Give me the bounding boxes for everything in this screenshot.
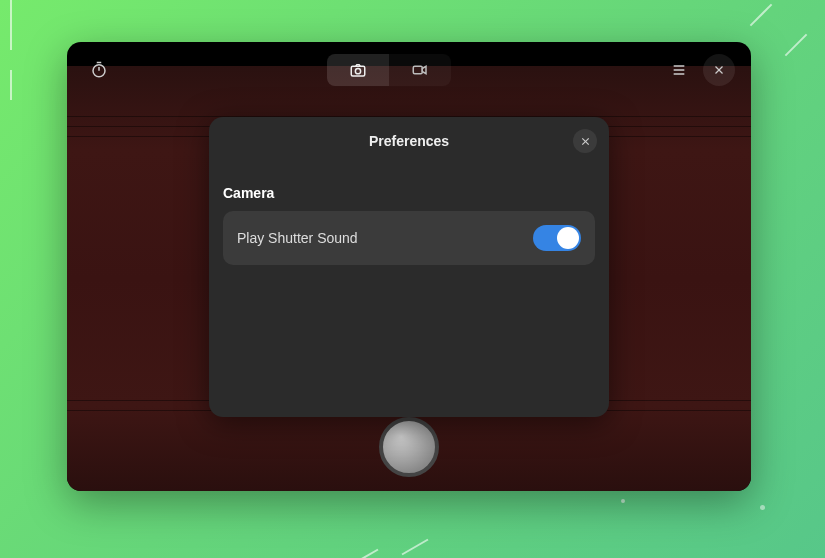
video-icon xyxy=(411,61,429,79)
wallpaper-deco xyxy=(10,70,12,100)
wallpaper-deco xyxy=(785,34,808,57)
preferences-close-button[interactable] xyxy=(573,129,597,153)
preferences-section-heading: Camera xyxy=(223,185,595,201)
timer-icon xyxy=(90,61,108,79)
headerbar-left xyxy=(83,54,115,86)
svg-rect-1 xyxy=(351,66,365,76)
camera-icon xyxy=(349,61,367,79)
video-mode-button[interactable] xyxy=(389,54,451,86)
svg-point-2 xyxy=(355,69,360,74)
wallpaper-deco xyxy=(760,505,765,510)
play-shutter-sound-row: Play Shutter Sound xyxy=(223,211,595,265)
toggle-knob xyxy=(557,227,579,249)
countdown-timer-button[interactable] xyxy=(83,54,115,86)
wallpaper-deco xyxy=(402,539,429,556)
mode-switcher xyxy=(327,54,451,86)
preferences-dialog: Preferences Camera Play Shutter Sound xyxy=(209,117,609,417)
primary-menu-button[interactable] xyxy=(663,54,695,86)
headerbar xyxy=(67,42,751,98)
play-shutter-sound-label: Play Shutter Sound xyxy=(237,230,358,246)
photo-mode-button[interactable] xyxy=(327,54,389,86)
svg-rect-3 xyxy=(413,66,422,74)
wallpaper-deco xyxy=(10,0,12,50)
window-close-button[interactable] xyxy=(703,54,735,86)
preferences-body: Camera Play Shutter Sound xyxy=(209,165,609,279)
shutter-button[interactable] xyxy=(379,417,439,477)
hamburger-icon xyxy=(671,62,687,78)
camera-app-window: Preferences Camera Play Shutter Sound xyxy=(67,42,751,491)
headerbar-right xyxy=(663,54,735,86)
close-icon xyxy=(580,136,591,147)
play-shutter-sound-toggle[interactable] xyxy=(533,225,581,251)
wallpaper-deco xyxy=(750,4,773,27)
close-icon xyxy=(713,64,725,76)
wallpaper-deco xyxy=(352,549,379,558)
preferences-header: Preferences xyxy=(209,117,609,165)
wallpaper-deco xyxy=(621,499,625,503)
preferences-title: Preferences xyxy=(369,133,449,149)
